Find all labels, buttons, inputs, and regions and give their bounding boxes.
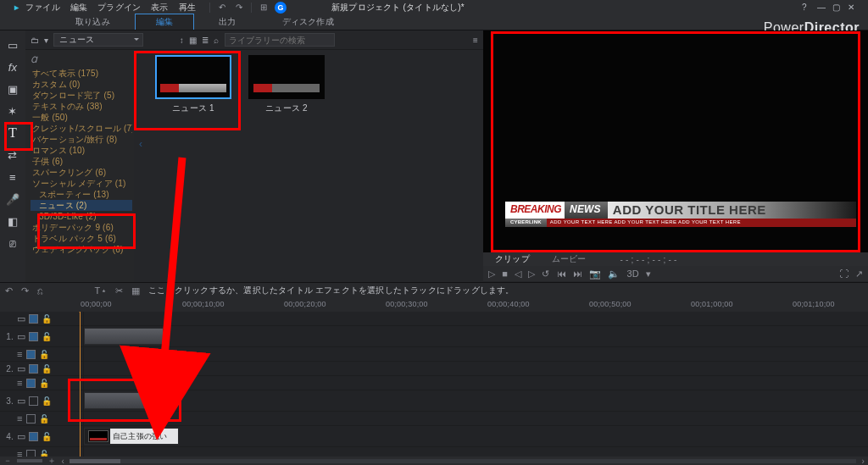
rail-pip-icon[interactable]: ▣ [2, 81, 24, 97]
volume-icon[interactable]: 🔈 [608, 268, 620, 280]
preview-tab-clip[interactable]: クリップ [488, 252, 537, 266]
track-lane[interactable]: 自己主張の強い [84, 426, 868, 446]
g-badge-icon[interactable]: G [275, 2, 287, 14]
category-item[interactable]: 子供 (6) [31, 156, 132, 167]
grid-view-icon[interactable]: ▦ [189, 36, 197, 45]
track-header[interactable]: 3. ▭ 🔓 [0, 390, 84, 411]
category-item[interactable]: ホリデーパック 9 (6) [31, 222, 132, 233]
tab-disc[interactable]: ディスク作成 [261, 14, 355, 30]
track-lane[interactable] [84, 376, 868, 390]
tl-tool-0[interactable]: ↶ [5, 285, 13, 296]
rail-chapter-icon[interactable]: ◧ [2, 213, 24, 229]
track-header[interactable]: ≡ 🔓 [0, 347, 84, 361]
lock-icon[interactable]: 🔓 [42, 332, 52, 341]
rail-mic-icon[interactable]: 🎤 [2, 191, 24, 207]
video-clip[interactable] [84, 392, 164, 409]
track-header[interactable]: 1. ▭ 🔓 [0, 326, 84, 346]
track-visible-toggle[interactable] [29, 314, 38, 324]
stop-icon[interactable]: ■ [502, 268, 508, 279]
import-icon[interactable]: 🗀 [31, 36, 39, 45]
category-item[interactable]: スパークリング (6) [31, 167, 132, 178]
track-lane[interactable] [84, 347, 868, 361]
lib-menu-icon[interactable]: ≡ [473, 36, 478, 45]
category-item[interactable]: カスタム (0) [31, 79, 132, 90]
track-visible-toggle[interactable] [29, 332, 38, 341]
rail-fx-icon[interactable]: fx [2, 59, 24, 75]
track-visible-toggle[interactable] [29, 396, 38, 406]
title-clip[interactable]: 自己主張の強い [84, 428, 179, 445]
playhead[interactable] [80, 312, 81, 457]
tab-import[interactable]: 取り込み [54, 14, 131, 30]
search-input[interactable] [225, 33, 335, 47]
category-item[interactable]: ウェディングパック (6) [31, 244, 132, 255]
track-lane[interactable] [84, 390, 868, 411]
title-thumb-news1[interactable]: ニュース 1 [151, 55, 236, 114]
menu-file[interactable]: ファイル [25, 2, 60, 14]
rail-subtitle-icon[interactable]: ⎚ [2, 235, 24, 251]
tl-tool-2[interactable]: ⎌ [37, 285, 43, 296]
track-lane[interactable] [84, 412, 868, 425]
lock-icon[interactable]: 🔓 [42, 364, 52, 374]
prev-frame-icon[interactable]: ◁ [515, 268, 521, 280]
category-item[interactable]: すべて表示 (175) [31, 68, 132, 79]
menu-plugin[interactable]: プラグイン [97, 2, 141, 14]
dropdown-icon[interactable]: ▾ [44, 36, 48, 45]
category-item[interactable]: バケーション/旅行 (8) [31, 134, 132, 145]
track-header[interactable]: ≡ 🔓 [0, 376, 84, 390]
tab-edit[interactable]: 編集 [135, 14, 194, 30]
tl-tool-4[interactable]: ✂ [115, 285, 123, 296]
category-item[interactable]: ダウンロード完了 (5) [31, 90, 132, 101]
go-end-icon[interactable]: ⏭ [573, 268, 582, 279]
track-lane[interactable] [84, 312, 868, 325]
help-icon[interactable]: ? [802, 3, 814, 12]
popout-icon[interactable]: ↗ [855, 268, 863, 280]
fullscreen-icon[interactable]: ⛶ [839, 268, 849, 279]
track-visible-toggle[interactable] [26, 450, 36, 457]
category-item[interactable]: ロマンス (10) [31, 145, 132, 156]
track-header[interactable]: 4. ▭ 🔓 [0, 426, 84, 446]
preview-stage[interactable]: BREAKING NEWS ADD YOUR TITLE HERE CYBERL… [483, 30, 868, 252]
timeline-ruler[interactable]: 00;00;0000;00;10;0000;00;20;0000;00;30;0… [0, 298, 868, 312]
rail-title-icon[interactable]: T [2, 125, 24, 141]
category-item[interactable]: 3D/3D-Like (2) [31, 211, 132, 222]
category-item[interactable]: テキストのみ (38) [31, 101, 132, 112]
workspace-icon[interactable]: ⊞ [258, 2, 270, 14]
video-clip[interactable] [84, 328, 164, 345]
category-item[interactable]: トラベル パック 5 (6) [31, 233, 132, 244]
search-icon[interactable]: ⌕ [214, 36, 219, 45]
maximize-icon[interactable]: ▢ [832, 3, 844, 12]
preview-tab-movie[interactable]: ムービー [545, 252, 593, 266]
track-header[interactable]: 2. ▭ 🔓 [0, 362, 84, 375]
tl-tool-1[interactable]: ↷ [21, 285, 29, 296]
list-view-icon[interactable]: ≣ [202, 36, 209, 45]
lock-icon[interactable]: 🔓 [39, 379, 49, 388]
rail-media-icon[interactable]: ▭ [2, 37, 24, 53]
lock-icon[interactable]: 🔓 [39, 414, 49, 423]
track-header[interactable]: ≡ 🔓 [0, 412, 84, 425]
menu-play[interactable]: 再生 [179, 2, 196, 14]
lock-icon[interactable]: 🔓 [39, 350, 49, 359]
three-d-label[interactable]: 3D [626, 268, 638, 279]
track-visible-toggle[interactable] [26, 350, 36, 359]
track-visible-toggle[interactable] [26, 379, 36, 388]
snapshot-icon[interactable]: 📷 [589, 268, 601, 280]
rail-particle-icon[interactable]: ✶ [2, 103, 24, 119]
timeline-scrollbar[interactable]: －＋ ‹ › [0, 457, 868, 465]
track-lane[interactable] [84, 326, 868, 346]
undo-icon[interactable]: ↶ [216, 2, 228, 14]
go-start-icon[interactable]: ⏮ [557, 268, 566, 279]
category-item[interactable]: ニュース (2) [31, 200, 132, 211]
track-header[interactable]: ▭ 🔓 [0, 312, 84, 325]
loop-icon[interactable]: ↺ [542, 268, 549, 280]
track-lane[interactable] [84, 362, 868, 375]
title-thumb-news2[interactable]: ニュース 2 [244, 55, 329, 114]
category-item[interactable]: ソーシャル メディア (1) [31, 178, 132, 189]
chevron-left-icon[interactable]: ‹ [139, 138, 142, 150]
next-frame-icon[interactable]: ▷ [528, 268, 535, 280]
menu-view[interactable]: 表示 [151, 2, 168, 14]
close-icon[interactable]: ✕ [848, 3, 860, 12]
lock-icon[interactable]: 🔓 [42, 396, 52, 406]
category-item[interactable]: クレジット/スクロール (7) [31, 123, 132, 134]
track-visible-toggle[interactable] [29, 432, 38, 441]
redo-icon[interactable]: ↷ [233, 2, 245, 14]
